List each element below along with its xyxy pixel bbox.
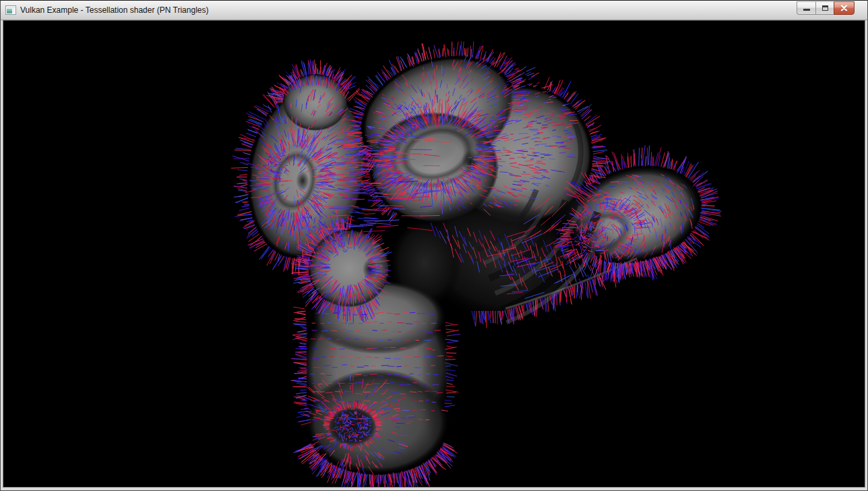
maximize-button[interactable] — [815, 1, 834, 15]
app-window: Vulkan Example - Tessellation shader (PN… — [0, 0, 868, 491]
title-bar[interactable]: Vulkan Example - Tessellation shader (PN… — [1, 1, 867, 20]
viewport-frame — [1, 20, 867, 490]
minimize-button[interactable] — [797, 1, 816, 15]
window-title: Vulkan Example - Tessellation shader (PN… — [20, 5, 208, 15]
minimize-icon — [803, 9, 810, 11]
viewport-border — [3, 20, 865, 488]
close-button[interactable] — [834, 1, 855, 15]
maximize-icon — [822, 5, 828, 11]
window-controls — [797, 1, 855, 15]
app-icon[interactable] — [5, 5, 16, 16]
close-icon — [840, 5, 848, 11]
render-canvas[interactable] — [3, 21, 865, 487]
